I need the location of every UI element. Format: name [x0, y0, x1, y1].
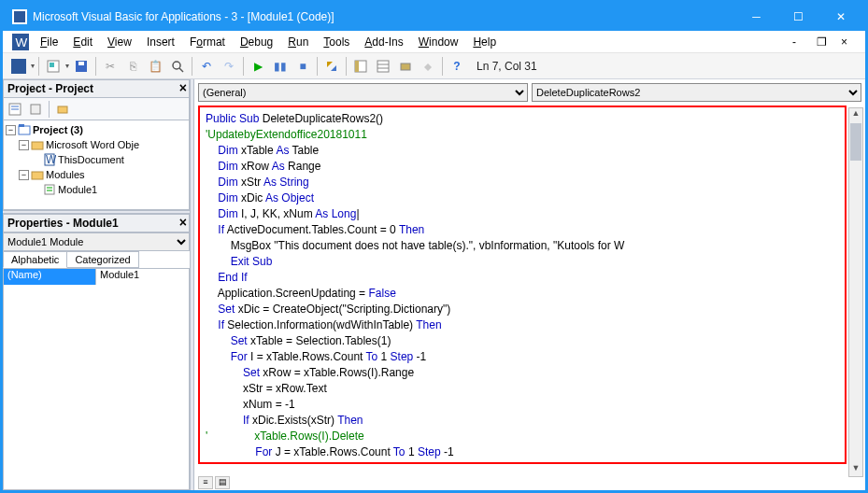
folder-icon — [31, 138, 44, 151]
tree-thisdocument[interactable]: W ThisDocument — [6, 152, 187, 167]
tree-word-objects[interactable]: − Microsoft Word Obje — [6, 137, 187, 152]
svg-marker-11 — [327, 62, 333, 67]
object-combo[interactable]: (General) — [198, 83, 528, 102]
properties-grid[interactable]: (Name) Module1 — [3, 268, 190, 490]
design-mode-button[interactable] — [321, 56, 342, 77]
project-explorer-button[interactable] — [350, 56, 371, 77]
property-name: (Name) — [4, 269, 96, 285]
svg-line-10 — [179, 68, 183, 72]
window-title: Microsoft Visual Basic for Applications … — [33, 10, 735, 23]
document-icon: W — [43, 153, 56, 166]
app-icon — [12, 9, 27, 24]
word-icon[interactable]: W — [12, 34, 29, 50]
svg-rect-1 — [14, 11, 25, 22]
cursor-position: Ln 7, Col 31 — [477, 60, 537, 73]
toggle-folders-button[interactable] — [53, 100, 72, 119]
project-panel-header: Project - Project × — [3, 79, 190, 98]
left-sidebar: Project - Project × − Project (3) − Micr… — [3, 79, 190, 490]
tree-module1[interactable]: Module1 — [6, 182, 187, 197]
folder-icon — [31, 168, 44, 181]
menu-run[interactable]: Run — [280, 34, 316, 50]
view-word-button[interactable] — [8, 56, 29, 77]
property-value[interactable]: Module1 — [96, 269, 189, 285]
code-editor[interactable]: Public Sub DeleteDuplicateRows2()'Update… — [198, 106, 847, 464]
code-pane: (General) DeleteDuplicateRows2 Public Su… — [194, 79, 865, 490]
view-object-button[interactable] — [26, 100, 45, 119]
svg-rect-4 — [11, 59, 26, 74]
find-button[interactable] — [167, 56, 188, 77]
properties-panel-title: Properties - Module1 — [7, 217, 119, 230]
project-root[interactable]: − Project (3) — [6, 122, 187, 137]
collapse-icon[interactable]: − — [6, 125, 16, 135]
menu-file[interactable]: File — [33, 34, 65, 50]
properties-tabs: Alphabetic Categorized — [3, 251, 190, 268]
project-panel-close-button[interactable]: × — [179, 80, 187, 95]
vertical-scrollbar[interactable]: ▲ ▼ — [848, 107, 863, 477]
help-button[interactable]: ? — [447, 56, 467, 77]
menu-insert[interactable]: Insert — [139, 34, 182, 50]
svg-rect-8 — [78, 62, 84, 65]
scroll-down-icon[interactable]: ▼ — [849, 463, 862, 476]
properties-object-selector[interactable]: Module1 Module — [3, 232, 190, 251]
tab-alphabetic[interactable]: Alphabetic — [3, 251, 67, 268]
procedure-combo[interactable]: DeleteDuplicateRows2 — [532, 83, 861, 102]
project-panel-toolbar — [3, 98, 190, 120]
svg-rect-24 — [19, 126, 30, 134]
svg-rect-25 — [19, 124, 24, 127]
project-panel-title: Project - Project — [7, 82, 93, 95]
mdi-restore-button[interactable]: ❐ — [817, 35, 830, 49]
scrollbar-thumb[interactable] — [850, 123, 861, 161]
svg-rect-29 — [32, 172, 43, 179]
tab-categorized[interactable]: Categorized — [66, 251, 138, 268]
svg-rect-23 — [58, 106, 67, 113]
run-button[interactable]: ▶ — [248, 56, 268, 77]
svg-text:W: W — [15, 35, 27, 49]
insert-module-button[interactable] — [43, 56, 64, 77]
object-browser-button[interactable] — [395, 56, 416, 77]
svg-rect-26 — [32, 142, 43, 149]
paste-button[interactable]: 📋 — [145, 56, 165, 77]
close-button[interactable]: ✕ — [819, 3, 861, 31]
menu-bar: W File Edit View Insert Format Debug Run… — [3, 31, 865, 53]
menu-addins[interactable]: Add-Ins — [357, 34, 410, 50]
tree-modules[interactable]: − Modules — [6, 167, 187, 182]
copy-button[interactable]: ⎘ — [122, 56, 143, 77]
menu-edit[interactable]: Edit — [65, 34, 100, 50]
mdi-close-button[interactable]: × — [841, 35, 854, 49]
svg-rect-18 — [401, 63, 410, 70]
project-tree[interactable]: − Project (3) − Microsoft Word Obje W Th… — [3, 120, 190, 210]
save-button[interactable] — [71, 56, 92, 77]
property-row[interactable]: (Name) Module1 — [4, 269, 189, 285]
code-view-buttons: ≡ ▤ — [194, 475, 865, 490]
reset-button[interactable]: ■ — [292, 56, 313, 77]
svg-rect-6 — [50, 63, 54, 67]
menu-debug[interactable]: Debug — [233, 34, 280, 50]
cut-button[interactable]: ✂ — [100, 56, 121, 77]
scroll-up-icon[interactable]: ▲ — [849, 108, 862, 121]
break-button[interactable]: ▮▮ — [270, 56, 291, 77]
menu-window[interactable]: Window — [411, 34, 466, 50]
menu-view[interactable]: View — [100, 34, 139, 50]
toolbar: ▾ ▾ ✂ ⎘ 📋 ↶ ↷ ▶ ▮▮ ■ ? Ln 7, Col 31 — [3, 53, 865, 79]
module-icon — [43, 183, 56, 196]
menu-help[interactable]: Help — [465, 34, 504, 50]
minimize-button[interactable]: ─ — [735, 3, 777, 31]
redo-button[interactable]: ↷ — [219, 56, 239, 77]
title-bar: Microsoft Visual Basic for Applications … — [3, 3, 865, 31]
toolbox-button[interactable] — [418, 56, 438, 77]
menu-format[interactable]: Format — [182, 34, 233, 50]
properties-panel-close-button[interactable]: × — [179, 215, 187, 230]
properties-button[interactable] — [373, 56, 393, 77]
menu-tools[interactable]: Tools — [316, 34, 357, 50]
full-module-view-button[interactable]: ▤ — [215, 476, 230, 489]
view-code-button[interactable] — [6, 100, 24, 119]
maximize-button[interactable]: ☐ — [777, 3, 819, 31]
svg-rect-14 — [355, 61, 359, 72]
collapse-icon[interactable]: − — [19, 140, 29, 150]
procedure-view-button[interactable]: ≡ — [198, 476, 213, 489]
undo-button[interactable]: ↶ — [196, 56, 217, 77]
project-icon — [18, 123, 31, 136]
collapse-icon[interactable]: − — [19, 170, 29, 180]
svg-marker-12 — [331, 65, 336, 71]
mdi-minimize-button[interactable]: - — [792, 35, 805, 49]
